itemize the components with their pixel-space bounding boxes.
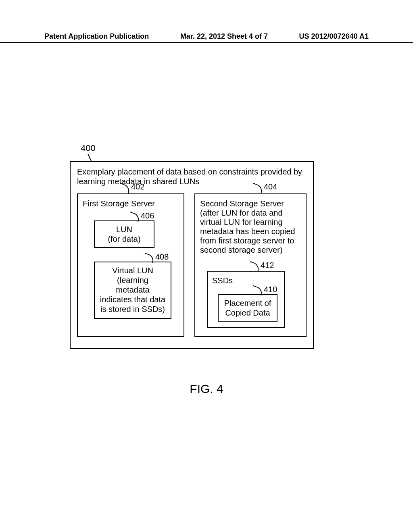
- figure-container: Exemplary placement of data based on con…: [70, 161, 314, 349]
- callout-number: 404: [264, 182, 277, 191]
- callout-404: 404: [264, 182, 277, 191]
- header-right: US 2012/0072640 A1: [299, 32, 369, 41]
- virtual-lun-box: 408 Virtual LUN (learning metadata indic…: [94, 262, 171, 319]
- second-server-label: Second Storage Server (after LUN for dat…: [200, 199, 301, 255]
- placement-box: 410 Placement of Copied Data: [218, 294, 277, 322]
- leader-arc-icon: [142, 253, 155, 263]
- servers-row: 402 First Storage Server 406 LUN (for da…: [77, 193, 307, 337]
- vlun-line2: (learning: [98, 275, 167, 285]
- callout-number: 402: [131, 182, 144, 191]
- first-server-label: First Storage Server: [83, 199, 179, 208]
- page-header: Patent Application Publication Mar. 22, …: [0, 32, 413, 43]
- leader-arc-icon: [248, 261, 261, 272]
- ssd-box: 412 SSDs 410 Placement of Copied Data: [207, 271, 285, 328]
- lun-box: 406 LUN (for data): [94, 220, 154, 248]
- lun-line2: (for data): [97, 234, 151, 244]
- vlun-line5: is stored in SSDs): [98, 304, 167, 314]
- callout-402: 402: [131, 182, 144, 191]
- callout-number: 406: [141, 211, 154, 220]
- leader-arc-icon: [128, 212, 141, 222]
- callout-number: 412: [261, 261, 274, 270]
- header-left: Patent Application Publication: [44, 32, 149, 41]
- lun-line1: LUN: [97, 224, 151, 234]
- leader-arc-icon: [251, 285, 264, 296]
- callout-406: 406: [141, 211, 154, 220]
- leader-line-400: [88, 154, 92, 161]
- vlun-line1: Virtual LUN: [98, 266, 167, 275]
- callout-number: 410: [264, 285, 277, 294]
- placement-line1: Placement of: [220, 298, 275, 308]
- callout-408: 408: [155, 252, 169, 262]
- placement-line2: Copied Data: [220, 308, 275, 318]
- header-center: Mar. 22, 2012 Sheet 4 of 7: [180, 32, 268, 41]
- first-storage-server-box: 402 First Storage Server 406 LUN (for da…: [77, 193, 184, 337]
- second-storage-server-box: 404 Second Storage Server (after LUN for…: [194, 193, 307, 337]
- figure-caption: FIG. 4: [0, 382, 413, 396]
- vlun-line3: metadata: [98, 285, 167, 295]
- callout-410: 410: [264, 285, 277, 294]
- vlun-line4: indicates that data: [98, 295, 167, 304]
- figure-reference-400: 400: [81, 143, 96, 154]
- callout-412: 412: [261, 260, 274, 270]
- ssd-title: SSDs: [212, 276, 280, 285]
- callout-number: 408: [155, 252, 169, 261]
